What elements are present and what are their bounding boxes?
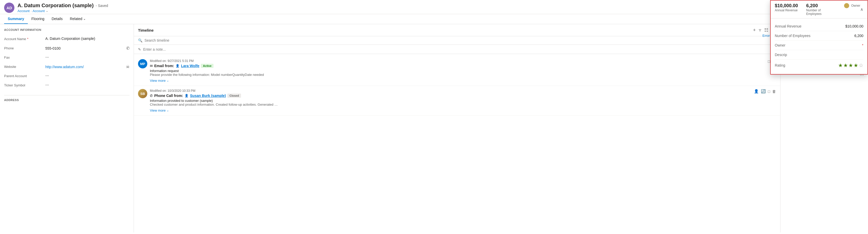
filter-timeline-button[interactable]: ▿ [759,27,761,33]
tab-related[interactable]: Related ⌄ [66,14,89,24]
popup-rating-stars[interactable]: ★ ★ ★ ★ ☆ [838,62,863,68]
popup-employees-value-body: 6,200 [854,34,863,38]
search-input[interactable] [145,38,776,42]
saved-label: - Saved [96,4,108,8]
list-timeline-button[interactable]: ☷ [764,27,768,33]
tab-flooring[interactable]: Flooring [28,14,48,24]
person-icon-1: 👤 [176,64,180,68]
star-4: ★ [854,62,858,68]
search-icon: 🔍 [138,38,143,42]
item-person-1[interactable]: Lara Wolfe [181,64,199,68]
form-row-website: Website http://www.adatum.com/ ☠ [4,62,129,71]
item-person-2[interactable]: Susan Burk (sample) [190,94,226,98]
view-more-chevron-2: ⌄ [166,109,169,112]
form-row-phone: Phone 555-0100 ✆ [4,44,129,53]
item-modified-1: Modified on: 9/27/2021 5:31 PM [150,59,765,63]
value-website[interactable]: http://www.adatum.com/ ☠ [45,64,129,69]
value-ticker[interactable]: --- [45,83,129,87]
popup-header: $10,000.00 Annual Revenue 6,200 Number o… [771,1,867,19]
owner-avatar-small [844,3,849,8]
add-timeline-button[interactable]: + [753,28,756,33]
avatar: AD [4,3,14,13]
timeline-title: Timeline [138,28,154,32]
middle-panel: Timeline + ▿ ☷ ⋯ 🔍 ✎ 📌 MP Modi [134,24,780,232]
required-star: * [27,37,28,41]
related-chevron-icon: ⌄ [83,17,86,21]
nav-tabs: Summary Flooring Details Related ⌄ [0,14,868,24]
label-website: Website [4,64,45,69]
timeline-header: Timeline + ▿ ☷ ⋯ [134,24,780,36]
phone-icon[interactable]: ✆ [126,46,129,51]
tab-summary[interactable]: Summary [4,14,28,24]
popup-close-button[interactable]: ∧ [860,7,863,12]
popup-header-values: $10,000.00 Annual Revenue 6,200 Number o… [775,3,860,16]
label-ticker: Ticker Symbol [4,83,45,87]
star-3: ★ [848,62,853,68]
breadcrumb-account1[interactable]: Account [18,9,30,13]
value-account-name[interactable]: A. Datum Corporation (sample) [45,36,129,41]
value-phone[interactable]: 555-0100 ✆ [45,46,129,51]
timeline-search: 🔍 [134,36,780,45]
main-layout: ACCOUNT INFORMATION Account Name * A. Da… [0,24,868,232]
label-parent-account: Parent Account [4,73,45,78]
form-row-parent-account: Parent Account --- [4,71,129,81]
pencil-icon: ✎ [138,47,141,52]
item-type-2: ✆ Phone Call from: 👤 Susan Burk (sample)… [150,94,751,98]
globe-icon[interactable]: ☠ [126,64,129,69]
timeline-item-header-2: SB Modified on: 10/3/2020 10:33 PM ✆ Pho… [138,89,776,112]
timeline-item-header-1: MP Modified on: 9/27/2021 5:31 PM ✉ Emai… [138,59,776,82]
form-row-fax: Fax --- [4,53,129,62]
form-row-ticker: Ticker Symbol --- [4,81,129,90]
item-type-label-2: Phone Call from: [154,94,183,98]
popup-row-owner: Owner * [775,41,863,50]
item-subject-1: Information request [150,69,765,73]
popup-owner-label-body: Owner [775,43,785,47]
value-fax[interactable]: --- [45,55,129,59]
item-modified-2: Modified on: 10/3/2020 10:33 PM [150,89,751,93]
popup-annual-revenue-label: Annual Revenue [775,24,802,28]
popup-revenue-value: $10,000.00 [775,3,798,8]
popup-annual-revenue-value: $10,000.00 [845,24,863,28]
header-title: A. Datum Corporation (sample) - Saved [18,3,108,8]
popup-revenue-label: Annual Revenue [775,8,798,12]
timeline-item: MP Modified on: 9/27/2021 5:31 PM ✉ Emai… [134,56,780,86]
popup-revenue-header: $10,000.00 Annual Revenue [775,3,798,16]
closed-badge-2: Closed [227,94,241,98]
popup-row-revenue: Annual Revenue $10,000.00 [775,22,863,31]
item-type-1: ✉ Email from: 👤 Lara Wolfe Active [150,64,765,68]
header-subtitle: Account · Account ⌄ [18,9,108,13]
avatar-mp: MP [138,59,147,68]
star-5: ☆ [859,62,863,68]
delete-icon-2[interactable]: 🗑 [772,89,776,94]
header-title-area: A. Datum Corporation (sample) - Saved Ac… [18,3,108,13]
avatar-sb: SB [138,89,147,98]
note-input[interactable] [143,47,769,52]
record-name: A. Datum Corporation (sample) [18,3,94,8]
item-body-2: Checked customer and product information… [150,103,279,106]
breadcrumb-account2[interactable]: Account [33,9,45,13]
breadcrumb-separator: · [31,9,32,13]
account-info-section: ACCOUNT INFORMATION Account Name * A. Da… [4,28,129,90]
header: AD A. Datum Corporation (sample) - Saved… [0,0,868,14]
tab-details[interactable]: Details [48,14,66,24]
phone-icon-timeline: ✆ [150,94,153,98]
breadcrumb-chevron-icon[interactable]: ⌄ [46,9,48,12]
popup-owner-label: Owner [851,4,860,7]
person-add-icon-2[interactable]: 👤 [754,89,759,94]
share-icon-2[interactable]: 🔄 [761,89,766,94]
view-more-2[interactable]: View more ⌄ [150,108,751,112]
copy-icon-1[interactable]: □ [768,59,770,64]
timeline-items: MP Modified on: 9/27/2021 5:31 PM ✉ Emai… [134,54,780,232]
account-info-title: ACCOUNT INFORMATION [4,28,129,31]
copy-icon-2[interactable]: □ [768,89,770,94]
value-parent-account[interactable]: --- [45,73,129,78]
popup-body: Annual Revenue $10,000.00 Number of Empl… [771,19,867,74]
email-icon: ✉ [150,64,153,68]
label-phone: Phone [4,46,45,50]
item-body-1: Please provide the following information… [150,73,279,77]
person-icon-2: 👤 [185,94,188,97]
timeline-item-2: SB Modified on: 10/3/2020 10:33 PM ✆ Pho… [134,86,780,116]
popup-owner-value: * [862,43,863,47]
view-more-1[interactable]: View more ⌄ [150,79,765,82]
left-panel: ACCOUNT INFORMATION Account Name * A. Da… [0,24,134,232]
